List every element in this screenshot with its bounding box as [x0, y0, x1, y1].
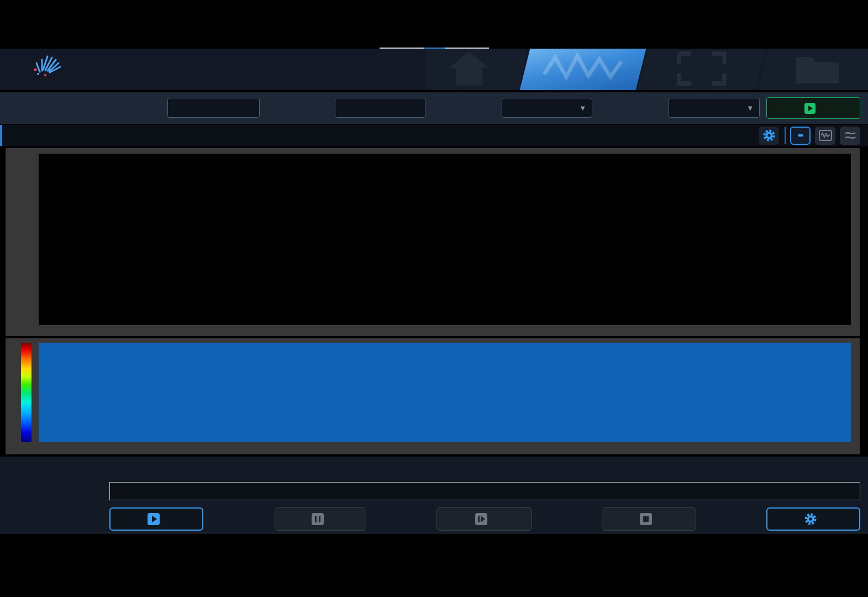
streaming-buttons-row	[0, 507, 868, 531]
chevron-down-icon: ▼	[746, 104, 754, 112]
waterfall-panel	[6, 338, 860, 454]
nav-tabs	[426, 49, 868, 90]
curve-view-button[interactable]	[840, 127, 860, 145]
colorbar	[21, 343, 31, 442]
header-bar	[0, 49, 868, 90]
stop-streaming-button[interactable]	[602, 507, 696, 531]
streaming-section	[0, 457, 868, 534]
waterfall-canvas[interactable]	[39, 343, 851, 442]
display-toolbar-icons	[754, 126, 860, 145]
resume-streaming-button[interactable]	[436, 507, 532, 531]
waterfall-x-axis	[39, 443, 851, 453]
play-icon	[148, 513, 160, 525]
display-info-bar	[0, 125, 868, 146]
accent-strip	[0, 125, 2, 146]
gear-icon	[804, 512, 817, 526]
gear-icon	[762, 129, 776, 142]
iq-view-button[interactable]	[790, 127, 811, 145]
brand-logo-icon	[31, 53, 63, 77]
ref-level-input[interactable]	[335, 98, 425, 118]
center-freq-input[interactable]	[167, 98, 260, 118]
toolbar: ▼ ▼	[0, 92, 868, 124]
spectrum-panel	[6, 148, 860, 336]
tab-file-mgt[interactable]	[757, 49, 868, 90]
tab-signal-display[interactable]	[520, 49, 646, 90]
streaming-progress-bar	[109, 482, 860, 500]
app-title	[127, 59, 134, 76]
chevron-down-icon: ▼	[579, 104, 586, 112]
rbw-select[interactable]: ▼	[669, 98, 760, 118]
app-window: ▼ ▼	[0, 0, 868, 597]
spectrum-trace-canvas[interactable]	[39, 154, 851, 325]
spectrum-x-axis	[39, 326, 851, 336]
tab-home[interactable]	[426, 49, 528, 90]
divider	[785, 127, 786, 144]
title-dot	[127, 59, 134, 75]
play-icon	[804, 103, 816, 114]
waveform-view-button[interactable]	[815, 127, 835, 145]
settings-gear-button[interactable]	[759, 127, 779, 145]
stop-icon	[640, 513, 652, 525]
settings-button[interactable]	[766, 507, 860, 531]
resume-icon	[475, 513, 487, 525]
tab-signal-playback[interactable]	[638, 49, 766, 90]
pause-streaming-button[interactable]	[275, 507, 366, 531]
run-button[interactable]	[766, 97, 860, 119]
spectrum-plot	[39, 154, 851, 325]
iq-icon	[798, 134, 803, 137]
curve-icon	[844, 130, 857, 141]
start-streaming-button[interactable]	[109, 507, 203, 531]
pause-icon	[312, 513, 324, 525]
waveform-icon	[819, 130, 832, 141]
waterfall-plot	[39, 343, 851, 442]
sample-rate-select[interactable]: ▼	[502, 98, 592, 118]
